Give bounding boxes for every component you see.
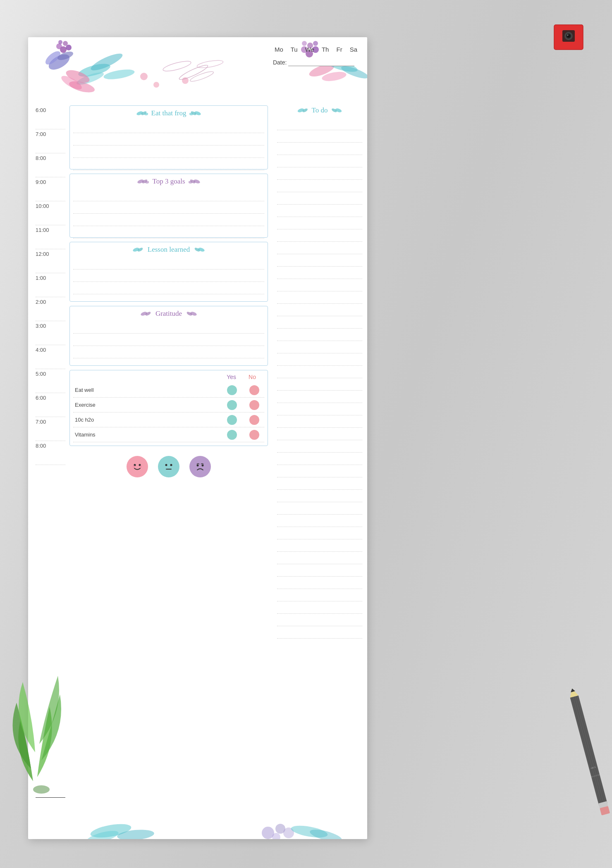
habit-yes-label: Yes: [227, 374, 236, 380]
day-tu[interactable]: Tu: [289, 45, 299, 53]
todo-line: [277, 527, 362, 539]
svg-point-75: [165, 464, 167, 466]
habit-no-circle-water[interactable]: [249, 415, 259, 425]
time-slot: 2:00: [36, 297, 65, 321]
habit-yes-circle-water[interactable]: [227, 415, 237, 425]
habit-row-vitamins: Vitamins: [73, 427, 264, 442]
todo-line: [277, 316, 362, 329]
svg-point-80: [202, 465, 204, 467]
todo-line: [277, 217, 362, 229]
leaf-right-icon: [189, 110, 201, 117]
todo-line: [277, 229, 362, 242]
habit-no-circle-vitamins[interactable]: [249, 430, 259, 440]
todo-line: [277, 539, 362, 552]
todo-line: [277, 515, 362, 527]
todo-line: [277, 353, 362, 366]
line: [73, 145, 264, 158]
line: [73, 282, 264, 294]
line: [73, 201, 264, 214]
habit-yes-circle-eatwell[interactable]: [227, 385, 237, 395]
todo-line: [277, 118, 362, 130]
time-slot: 12:00: [36, 249, 65, 273]
habit-row-eatwell: Eat well: [73, 383, 264, 398]
habit-label-eatwell: Eat well: [73, 387, 227, 393]
habit-label-vitamins: Vitamins: [73, 432, 227, 438]
habit-yes-circle-exercise[interactable]: [227, 400, 237, 410]
habit-row-exercise: Exercise: [73, 398, 264, 413]
time-slot: 6:00: [36, 105, 65, 129]
habit-no-circle-exercise[interactable]: [249, 400, 259, 410]
todo-line: [277, 366, 362, 378]
todo-leaf-left-icon: [297, 107, 308, 114]
mood-sad[interactable]: [189, 456, 211, 477]
day-fr[interactable]: Fr: [335, 45, 344, 53]
leaf-left-3-icon: [133, 246, 144, 253]
time-slot: 5:00: [36, 369, 65, 393]
date-label: Date:: [273, 59, 287, 66]
mood-happy[interactable]: [127, 456, 148, 477]
habit-circles-vitamins: [227, 430, 264, 440]
date-input[interactable]: [288, 59, 354, 66]
todo-line: [277, 564, 362, 577]
svg-point-34: [182, 77, 189, 84]
day-th[interactable]: Th: [320, 45, 331, 53]
eat-frog-section: Eat that frog: [69, 105, 268, 169]
habit-row-water: 10c h2o: [73, 413, 264, 427]
svg-point-74: [162, 460, 176, 474]
plant-decoration: [0, 637, 83, 794]
line: [73, 158, 264, 170]
right-column: To do: [272, 105, 367, 806]
mood-neutral[interactable]: [158, 456, 179, 477]
svg-point-69: [130, 460, 144, 474]
time-slot: 3:00: [36, 321, 65, 345]
todo-line: [277, 130, 362, 143]
todo-line: [277, 614, 362, 626]
todo-line: [277, 304, 362, 316]
time-slot: 8:00: [36, 441, 65, 465]
floral-bottom-decoration: [28, 802, 367, 839]
header-area: Mo Tu We Th Fr Sa Date:: [273, 45, 359, 66]
todo-line: [277, 291, 362, 304]
svg-point-78: [193, 460, 207, 474]
bottom-line: [36, 797, 65, 798]
line: [73, 257, 264, 269]
day-mo[interactable]: Mo: [273, 45, 285, 53]
todo-line: [277, 391, 362, 403]
line: [73, 269, 264, 282]
eat-frog-title: Eat that frog: [73, 109, 264, 117]
day-we[interactable]: We: [304, 45, 316, 53]
todo-line: [277, 552, 362, 564]
todo-lines: [277, 118, 362, 639]
habit-no-circle-eatwell[interactable]: [249, 385, 259, 395]
pencil-sharpener: [552, 23, 589, 54]
todo-line: [277, 415, 362, 428]
todo-line: [277, 192, 362, 205]
todo-line: [277, 601, 362, 614]
habit-header: Yes No: [73, 374, 264, 380]
todo-line: [277, 453, 362, 465]
todo-line: [277, 341, 362, 353]
todo-line: [277, 242, 362, 254]
todo-line: [277, 577, 362, 589]
line: [73, 226, 264, 238]
todo-line: [277, 279, 362, 291]
day-sa[interactable]: Sa: [348, 45, 359, 53]
time-slot: 7:00: [36, 129, 65, 153]
eat-frog-lines: [73, 121, 264, 170]
habit-label-water: 10c h2o: [73, 417, 227, 423]
svg-point-72: [133, 465, 135, 468]
line: [73, 321, 264, 334]
gratitude-title: Gratitude: [73, 310, 264, 318]
time-slot: 6:00: [36, 393, 65, 417]
habit-yes-circle-vitamins[interactable]: [227, 430, 237, 440]
leaf-right-4-icon: [185, 310, 197, 317]
habit-circles-exercise: [227, 400, 264, 410]
todo-line: [277, 143, 362, 155]
todo-leaf-right-icon: [331, 107, 342, 114]
svg-point-22: [56, 43, 62, 49]
svg-point-33: [153, 82, 159, 88]
time-slot: 11:00: [36, 225, 65, 249]
habit-tracker-section: Yes No Eat well Exercise: [69, 370, 268, 446]
todo-line: [277, 378, 362, 391]
svg-point-38: [189, 70, 214, 83]
